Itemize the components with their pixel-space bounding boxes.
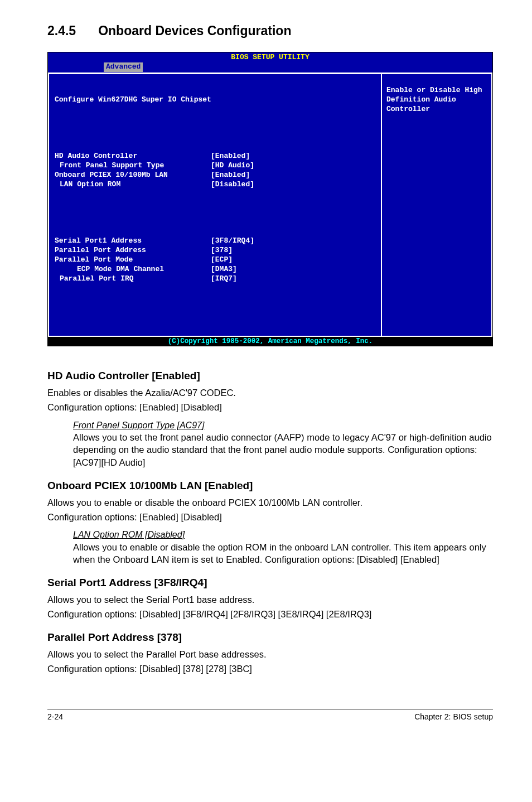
hd-audio-heading: HD Audio Controller [Enabled] — [47, 369, 493, 383]
bios-header: BIOS SETUP UTILITY Advanced — [48, 52, 492, 73]
bios-row-label: Parallel Port Address — [55, 246, 211, 255]
bios-row-label: HD Audio Controller — [55, 152, 211, 161]
bios-row-value: [Enabled] — [211, 171, 375, 180]
bios-tab-row: Advanced — [48, 62, 492, 73]
bios-body: Configure Win627DHG Super IO Chipset HD … — [48, 73, 492, 337]
bios-row-value: [HD Audio] — [211, 161, 375, 171]
bios-row-label: Front Panel Support Type — [55, 161, 211, 171]
bios-row[interactable]: HD Audio Controller[Enabled] — [55, 152, 375, 161]
bios-screenshot: BIOS SETUP UTILITY Advanced Configure Wi… — [47, 52, 493, 346]
bios-row[interactable]: Parallel Port Address[378] — [55, 246, 375, 255]
bios-row-value: [IRQ7] — [211, 274, 375, 284]
pciex-p2: Configuration options: [Enabled] [Disabl… — [47, 511, 493, 523]
bios-row-label: Serial Port1 Address — [55, 236, 211, 246]
bios-row-value: [3F8/IRQ4] — [211, 236, 375, 246]
bios-row[interactable]: Parallel Port IRQ[IRQ7] — [55, 274, 375, 284]
bios-left-pane: Configure Win627DHG Super IO Chipset HD … — [48, 73, 381, 337]
bios-help-text: Enable or Disable High Definition Audio … — [386, 86, 487, 114]
hd-audio-p1: Enables or disables the Azalia/AC'97 COD… — [47, 386, 493, 399]
bios-row-label: Parallel Port Mode — [55, 255, 211, 265]
bios-left-title: Configure Win627DHG Super IO Chipset — [55, 95, 211, 105]
bios-row[interactable]: Serial Port1 Address[3F8/IRQ4] — [55, 236, 375, 246]
parallel-p2: Configuration options: [Disabled] [378] … — [47, 663, 493, 675]
bios-row-value: [Disabled] — [211, 180, 375, 190]
bios-tab-advanced[interactable]: Advanced — [104, 62, 143, 72]
page-footer: 2-24 Chapter 2: BIOS setup — [47, 709, 493, 722]
parallel-p1: Allows you to select the Parallel Port b… — [47, 648, 493, 660]
bios-row-value: [DMA3] — [211, 265, 375, 274]
bios-row[interactable]: Onboard PCIEX 10/100Mb LAN[Enabled] — [55, 171, 375, 180]
section-number: 2.4.5 — [47, 22, 76, 40]
bios-row-value: [Enabled] — [211, 152, 375, 161]
serial-p2: Configuration options: [Disabled] [3F8/I… — [47, 608, 493, 620]
pciex-heading: Onboard PCIEX 10/100Mb LAN [Enabled] — [47, 479, 493, 493]
pciex-p1: Allows you to enable or disable the onbo… — [47, 496, 493, 509]
front-panel-ital: Front Panel Support Type [AC97] — [73, 419, 493, 432]
footer-right: Chapter 2: BIOS setup — [414, 712, 493, 722]
bios-row-value: [378] — [211, 246, 375, 255]
bios-row-label: ECP Mode DMA Channel — [55, 265, 211, 274]
bios-row[interactable]: Parallel Port Mode[ECP] — [55, 255, 375, 265]
front-panel-body: Allows you to set the front panel audio … — [73, 431, 493, 468]
footer-left: 2-24 — [47, 712, 63, 722]
bios-row-label: LAN Option ROM — [55, 180, 211, 190]
bios-row[interactable]: LAN Option ROM[Disabled] — [55, 180, 375, 190]
section-title-text: Onboard Devices Configuration — [98, 23, 291, 38]
serial-heading: Serial Port1 Address [3F8/IRQ4] — [47, 576, 493, 590]
bios-title: BIOS SETUP UTILITY — [231, 53, 309, 61]
bios-row-label: Parallel Port IRQ — [55, 274, 211, 284]
section-heading: 2.4.5Onboard Devices Configuration — [47, 22, 493, 40]
bios-row-label: Onboard PCIEX 10/100Mb LAN — [55, 171, 211, 180]
parallel-heading: Parallel Port Address [378] — [47, 630, 493, 645]
bios-footer: (C)Copyright 1985-2002, American Megatre… — [48, 337, 492, 346]
lan-rom-body: Allows you to enable or disable the opti… — [73, 541, 493, 566]
lan-rom-ital: LAN Option ROM [Disabled] — [73, 529, 493, 541]
bios-row[interactable]: ECP Mode DMA Channel[DMA3] — [55, 265, 375, 274]
bios-row-value: [ECP] — [211, 255, 375, 265]
hd-audio-sub: Front Panel Support Type [AC97] Allows y… — [47, 419, 493, 468]
hd-audio-p2: Configuration options: [Enabled] [Disabl… — [47, 401, 493, 413]
bios-help-pane: Enable or Disable High Definition Audio … — [381, 73, 492, 337]
bios-row[interactable]: Front Panel Support Type[HD Audio] — [55, 161, 375, 171]
serial-p1: Allows you to select the Serial Port1 ba… — [47, 593, 493, 606]
pciex-sub: LAN Option ROM [Disabled] Allows you to … — [47, 529, 493, 566]
